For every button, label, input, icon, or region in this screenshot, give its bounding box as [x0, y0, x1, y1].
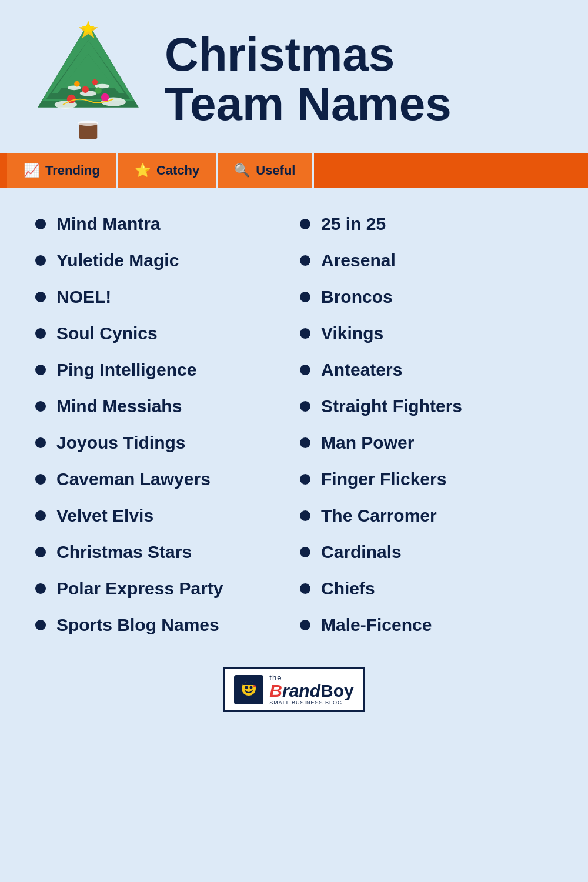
logo-text: the BBrandBoyrandBoy SMALL BUSINESS BLOG — [269, 673, 353, 706]
bullet-icon — [300, 219, 310, 229]
svg-point-18 — [92, 79, 98, 85]
item-label: NOEL! — [56, 287, 111, 307]
list-item: Aresenal — [294, 242, 559, 279]
bullet-icon — [300, 583, 310, 594]
bullet-icon — [35, 219, 46, 229]
list-item: Yuletide Magic — [29, 242, 294, 279]
item-label: Joyous Tidings — [56, 433, 185, 453]
nav-right-accent — [314, 153, 589, 188]
list-item: Chiefs — [294, 570, 559, 607]
item-label: Yuletide Magic — [56, 250, 179, 270]
list-item: Sports Blog Names — [29, 607, 294, 643]
tab-trending[interactable]: 📈 Trending — [7, 153, 118, 188]
tree-illustration — [24, 18, 153, 141]
bullet-icon — [35, 328, 46, 339]
page-title: Christmas Team Names — [165, 30, 564, 129]
nav-left-accent — [0, 153, 7, 188]
item-label: Man Power — [321, 433, 414, 453]
item-label: Straight Fighters — [321, 396, 462, 416]
item-label: The Carromer — [321, 506, 437, 526]
bullet-icon — [300, 255, 310, 266]
bullet-icon — [35, 547, 46, 557]
bullet-icon — [35, 292, 46, 302]
list-item: Male-Ficence — [294, 607, 559, 643]
item-label: Velvet Elvis — [56, 506, 153, 526]
bullet-icon — [35, 474, 46, 485]
tab-catchy[interactable]: ⭐ Catchy — [118, 153, 218, 188]
content-area: Mind Mantra Yuletide Magic NOEL! Soul Cy… — [0, 188, 588, 655]
bullet-icon — [35, 365, 46, 375]
logo-mascot-icon — [234, 675, 263, 704]
bullet-icon — [300, 620, 310, 630]
list-item: Vikings — [294, 315, 559, 352]
list-item: Polar Express Party — [29, 570, 294, 607]
item-label: Chiefs — [321, 579, 375, 599]
svg-point-15 — [82, 86, 89, 92]
tab-useful[interactable]: 🔍 Useful — [218, 153, 313, 188]
trending-icon: 📈 — [24, 163, 39, 178]
bullet-icon — [35, 583, 46, 594]
svg-point-17 — [74, 81, 80, 87]
list-item: Man Power — [294, 425, 559, 461]
list-item: Finger Flickers — [294, 461, 559, 497]
page-header: Christmas Team Names — [0, 0, 588, 147]
list-item: Soul Cynics — [29, 315, 294, 352]
bullet-icon — [35, 401, 46, 412]
two-column-list: Mind Mantra Yuletide Magic NOEL! Soul Cy… — [29, 206, 559, 643]
item-label: Vikings — [321, 323, 383, 343]
item-label: Broncos — [321, 287, 393, 307]
logo-subtitle: SMALL BUSINESS BLOG — [269, 700, 342, 706]
svg-point-11 — [68, 86, 81, 91]
catchy-icon: ⭐ — [135, 163, 151, 178]
item-label: Aresenal — [321, 250, 396, 270]
item-label: Polar Express Party — [56, 579, 223, 599]
bullet-icon — [300, 365, 310, 375]
tab-catchy-label: Catchy — [156, 163, 199, 178]
list-item: Cardinals — [294, 534, 559, 570]
svg-point-24 — [250, 686, 253, 689]
svg-point-14 — [101, 93, 109, 101]
useful-icon: 🔍 — [234, 163, 250, 178]
logo-brand-text: BBrandBoyrandBoy — [269, 682, 353, 700]
bullet-icon — [300, 547, 310, 557]
list-column-left: Mind Mantra Yuletide Magic NOEL! Soul Cy… — [29, 206, 294, 643]
footer: the BBrandBoyrandBoy SMALL BUSINESS BLOG — [0, 655, 588, 730]
svg-point-1 — [78, 121, 98, 126]
item-label: Finger Flickers — [321, 469, 446, 489]
item-label: Ping Intelligence — [56, 360, 196, 380]
svg-point-28 — [253, 685, 256, 687]
list-item: Broncos — [294, 279, 559, 315]
bullet-icon — [300, 474, 310, 485]
bullet-icon — [35, 510, 46, 521]
item-label: Mind Mantra — [56, 214, 161, 234]
bullet-icon — [300, 328, 310, 339]
bullet-icon — [300, 437, 310, 448]
list-item: NOEL! — [29, 279, 294, 315]
svg-point-10 — [80, 91, 97, 96]
item-label: Cardinals — [321, 542, 402, 562]
list-item: 25 in 25 — [294, 206, 559, 242]
item-label: Sports Blog Names — [56, 615, 219, 635]
bullet-icon — [35, 437, 46, 448]
item-label: 25 in 25 — [321, 214, 386, 234]
list-item: Mind Mantra — [29, 206, 294, 242]
item-label: Male-Ficence — [321, 615, 432, 635]
nav-tabs-bar: 📈 Trending ⭐ Catchy 🔍 Useful — [0, 153, 588, 188]
item-label: Mind Messiahs — [56, 396, 182, 416]
list-item: Velvet Elvis — [29, 497, 294, 534]
bullet-icon — [300, 510, 310, 521]
brandboy-logo[interactable]: the BBrandBoyrandBoy SMALL BUSINESS BLOG — [223, 667, 365, 712]
tab-trending-label: Trending — [45, 163, 100, 178]
list-item: Anteaters — [294, 352, 559, 388]
svg-point-23 — [245, 686, 248, 689]
list-item: Caveman Lawyers — [29, 461, 294, 497]
list-item: Joyous Tidings — [29, 425, 294, 461]
main-title-container: Christmas Team Names — [165, 30, 564, 129]
list-item: Straight Fighters — [294, 388, 559, 425]
bullet-icon — [35, 620, 46, 630]
item-label: Anteaters — [321, 360, 402, 380]
bullet-icon — [300, 292, 310, 302]
list-item: Ping Intelligence — [29, 352, 294, 388]
list-column-right: 25 in 25 Aresenal Broncos Vikings Anteat… — [294, 206, 559, 643]
list-item: The Carromer — [294, 497, 559, 534]
